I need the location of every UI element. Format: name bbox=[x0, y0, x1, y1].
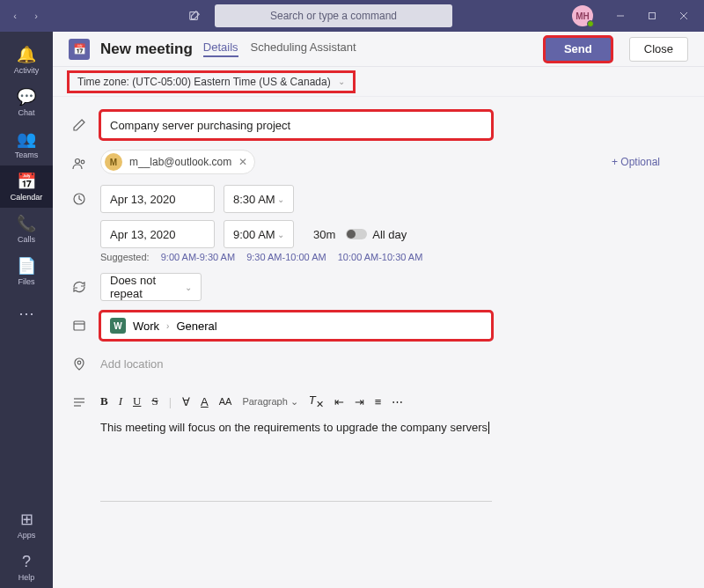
svg-rect-2 bbox=[649, 13, 656, 19]
search-input[interactable]: Search or type a command bbox=[215, 4, 452, 27]
chevron-down-icon: ⌄ bbox=[277, 230, 284, 239]
chevron-down-icon: ⌄ bbox=[185, 283, 192, 292]
suggested-slot[interactable]: 10:00 AM-10:30 AM bbox=[338, 252, 423, 262]
svg-point-5 bbox=[76, 159, 80, 164]
rail-activity[interactable]: 🔔Activity bbox=[0, 39, 53, 81]
channel-chip: W bbox=[110, 318, 126, 334]
text-caret bbox=[488, 422, 489, 434]
rail-label: Help bbox=[18, 573, 35, 582]
channel-group: Work bbox=[133, 320, 159, 333]
suggested-times: Suggested: 9:00 AM-9:30 AM 9:30 AM-10:00… bbox=[100, 248, 686, 262]
underline-button[interactable]: U bbox=[133, 394, 141, 408]
strike-button[interactable]: S bbox=[151, 394, 158, 408]
attendee-pill[interactable]: M m__lab@outlook.com ✕ bbox=[100, 150, 255, 174]
duration-label: 30m bbox=[313, 228, 335, 241]
rail-calendar[interactable]: 📅Calendar bbox=[0, 165, 53, 208]
recurrence-dropdown[interactable]: Does not repeat⌄ bbox=[100, 273, 202, 301]
description-icon bbox=[70, 393, 88, 411]
forward-arrow[interactable]: › bbox=[28, 8, 44, 24]
rail-files[interactable]: 📄Files bbox=[0, 250, 53, 292]
start-time-input[interactable]: 8:30 AM⌄ bbox=[224, 185, 294, 213]
rail-label: Apps bbox=[18, 531, 36, 540]
back-arrow[interactable]: ‹ bbox=[7, 8, 23, 24]
suggested-label: Suggested: bbox=[100, 252, 150, 262]
paragraph-dropdown[interactable]: Paragraph ⌄ bbox=[242, 396, 297, 408]
chevron-down-icon: ⌄ bbox=[338, 77, 345, 86]
new-message-icon[interactable] bbox=[187, 8, 202, 24]
list-button[interactable]: ≡ bbox=[375, 395, 382, 408]
indent-left-button[interactable]: ⇤ bbox=[334, 395, 344, 408]
highlight-button[interactable]: ∀ bbox=[182, 395, 190, 408]
attendee-email: m__lab@outlook.com bbox=[129, 156, 231, 168]
people-icon bbox=[70, 155, 88, 173]
end-time-input[interactable]: 9:00 AM⌄ bbox=[224, 220, 294, 248]
font-color-button[interactable]: A bbox=[201, 395, 209, 408]
clear-format-button[interactable]: T✕ bbox=[309, 393, 324, 410]
edit-icon bbox=[70, 116, 88, 134]
maximize-button[interactable] bbox=[639, 3, 665, 29]
time-value: 8:30 AM bbox=[233, 193, 275, 206]
remove-attendee-icon[interactable]: ✕ bbox=[238, 156, 247, 168]
chevron-right-icon: › bbox=[166, 321, 169, 331]
location-icon bbox=[70, 356, 88, 373]
rail-label: Activity bbox=[14, 66, 40, 75]
divider: | bbox=[169, 395, 172, 408]
channel-name: General bbox=[176, 320, 216, 333]
rail-label: Teams bbox=[15, 151, 39, 159]
format-toolbar: B I U S | ∀ A AA Paragraph ⌄ T✕ ⇤ ⇥ ≡ ⋯ bbox=[100, 388, 686, 415]
recurrence-value: Does not repeat bbox=[110, 274, 185, 300]
rail-chat[interactable]: 💬Chat bbox=[0, 81, 53, 123]
close-button[interactable]: Close bbox=[629, 37, 688, 62]
svg-rect-8 bbox=[74, 321, 84, 330]
minimize-button[interactable] bbox=[607, 3, 634, 29]
suggested-slot[interactable]: 9:00 AM-9:30 AM bbox=[161, 252, 235, 262]
svg-point-6 bbox=[81, 160, 84, 164]
bold-button[interactable]: B bbox=[100, 394, 108, 408]
channel-picker[interactable]: W Work › General bbox=[100, 312, 492, 340]
svg-point-10 bbox=[77, 361, 81, 364]
timezone-dropdown[interactable]: Time zone: (UTC-05:00) Eastern Time (US … bbox=[69, 72, 354, 92]
page-title: New meeting bbox=[100, 40, 193, 58]
close-window-button[interactable] bbox=[671, 3, 697, 29]
tab-scheduling[interactable]: Scheduling Assistant bbox=[251, 40, 356, 57]
description-text: This meeting will focus on the requireme… bbox=[100, 421, 488, 434]
suggested-slot[interactable]: 9:30 AM-10:00 AM bbox=[246, 252, 326, 262]
repeat-icon bbox=[70, 278, 88, 296]
chevron-down-icon: ⌄ bbox=[277, 195, 284, 204]
location-input[interactable]: Add location bbox=[100, 350, 686, 378]
font-size-button[interactable]: AA bbox=[219, 396, 232, 407]
timezone-label: Time zone: (UTC-05:00) Eastern Time (US … bbox=[77, 76, 331, 88]
clock-icon bbox=[70, 190, 88, 208]
attendee-avatar: M bbox=[105, 153, 122, 171]
allday-toggle[interactable] bbox=[346, 229, 367, 239]
presence-indicator bbox=[587, 20, 594, 27]
avatar-initials: MH bbox=[576, 11, 590, 21]
add-optional-link[interactable]: + Optional bbox=[612, 156, 660, 168]
avatar[interactable]: MH bbox=[572, 5, 593, 26]
rail-apps[interactable]: ⊞Apps bbox=[0, 503, 53, 546]
indent-right-button[interactable]: ⇥ bbox=[355, 395, 364, 408]
rail-label: Calendar bbox=[11, 193, 43, 202]
start-date-input[interactable]: Apr 13, 2020 bbox=[100, 185, 215, 213]
paragraph-label: Paragraph bbox=[242, 396, 287, 407]
more-format-button[interactable]: ⋯ bbox=[392, 395, 403, 408]
rail-label: Calls bbox=[18, 235, 35, 244]
title-input[interactable]: Company server purchasing project bbox=[100, 111, 492, 139]
divider bbox=[100, 501, 492, 502]
rail-calls[interactable]: 📞Calls bbox=[0, 208, 53, 250]
time-value: 9:00 AM bbox=[233, 228, 275, 241]
rail-teams[interactable]: 👥Teams bbox=[0, 123, 53, 165]
allday-label: All day bbox=[372, 228, 407, 241]
send-button[interactable]: Send bbox=[545, 37, 612, 62]
italic-button[interactable]: I bbox=[119, 394, 122, 408]
description-textarea[interactable]: This meeting will focus on the requireme… bbox=[100, 415, 492, 439]
channel-icon bbox=[70, 317, 88, 334]
rail-label: Chat bbox=[18, 108, 34, 117]
end-date-input[interactable]: Apr 13, 2020 bbox=[100, 220, 215, 248]
app-rail: 🔔Activity 💬Chat 👥Teams 📅Calendar 📞Calls … bbox=[0, 32, 53, 588]
rail-label: Files bbox=[18, 277, 34, 286]
rail-help[interactable]: ?Help bbox=[0, 546, 53, 588]
tab-details[interactable]: Details bbox=[203, 40, 238, 57]
rail-more[interactable]: ⋯ bbox=[0, 292, 53, 334]
calendar-icon: 📅 bbox=[69, 39, 90, 60]
